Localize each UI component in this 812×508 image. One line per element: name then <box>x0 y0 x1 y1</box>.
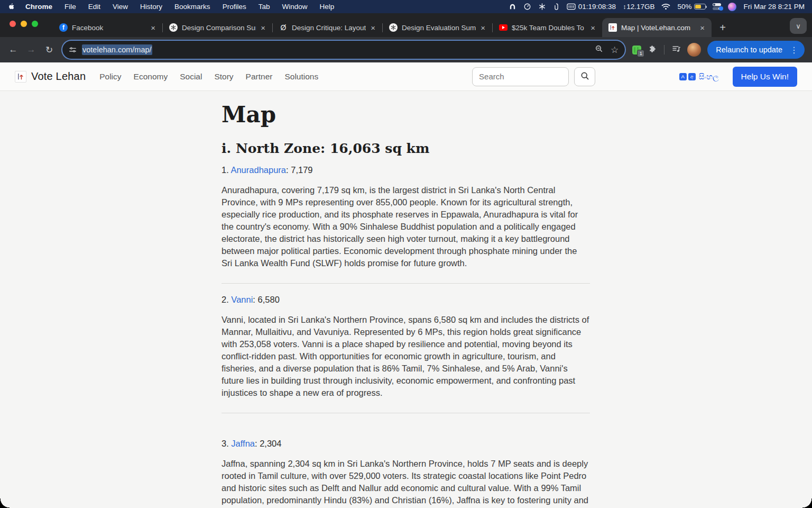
brand-name: Vote Lehan <box>31 70 86 83</box>
chatgpt-favicon <box>169 23 178 32</box>
bookmark-star-icon[interactable]: ☆ <box>611 44 619 56</box>
section-divider <box>222 413 590 413</box>
tab-youtube-video[interactable]: $25k Team Doubles To × <box>493 18 602 37</box>
screen-corner <box>0 498 10 508</box>
search-input[interactable] <box>472 67 569 86</box>
timer-status[interactable]: 01:19:08:38 <box>567 3 616 11</box>
status-bar: 01:19:08:38 ↕ 12.17GB 50% Fri Mar 28 <box>509 3 805 11</box>
clip-icon[interactable] <box>553 3 560 11</box>
macos-menubar: Chrome File Edit View History Bookmarks … <box>0 0 812 13</box>
close-tab-icon[interactable]: × <box>589 23 597 32</box>
zoom-icon[interactable] <box>595 44 603 55</box>
menubar-clock[interactable]: Fri Mar 28 8:21 PM <box>743 3 805 11</box>
battery-status[interactable]: 50% <box>677 3 706 11</box>
menu-chrome[interactable]: Chrome <box>25 3 52 11</box>
adblock-extension-icon[interactable]: 1 <box>632 46 641 55</box>
slash-circle-favicon: Ø <box>279 23 288 32</box>
menu-window[interactable]: Window <box>282 3 307 11</box>
arc-app-icon[interactable] <box>509 3 516 11</box>
nav-story[interactable]: Story <box>214 72 233 81</box>
notification-dot <box>719 6 723 11</box>
site-settings-icon[interactable] <box>69 46 77 54</box>
forward-button[interactable]: → <box>23 42 39 58</box>
nav-partner[interactable]: Partner <box>246 72 273 81</box>
section-divider <box>222 283 590 284</box>
votelehan-favicon <box>608 23 617 32</box>
chrome-toolbar: ← → ↻ votelehan.com/map/ ☆ 1 <box>0 37 812 62</box>
tab-design-critique[interactable]: Ø Design Critique: Layout × <box>273 18 382 37</box>
votelehan-logo-icon <box>15 71 26 83</box>
url-text[interactable]: votelehan.com/map/ <box>82 44 152 55</box>
siri-icon[interactable] <box>728 3 736 11</box>
menu-tab[interactable]: Tab <box>259 3 270 11</box>
jaffna-link[interactable]: Jaffna <box>231 439 255 448</box>
close-tab-icon[interactable]: × <box>259 23 267 32</box>
anuradhapura-paragraph: Anuradhapura, covering 7,179 sq km, is t… <box>222 184 590 269</box>
close-tab-icon[interactable]: × <box>369 23 377 32</box>
close-tab-icon[interactable]: × <box>149 23 157 32</box>
language-switcher[interactable]: A අ සිංහල <box>679 72 719 81</box>
tab-design-evaluation[interactable]: Design Evaluation Sum × <box>383 18 492 37</box>
zone-heading: i. North Zone: 16,063 sq km <box>222 141 590 156</box>
nav-economy[interactable]: Economy <box>134 72 168 81</box>
menu-edit[interactable]: Edit <box>88 3 100 11</box>
chatgpt-icon[interactable] <box>538 3 546 11</box>
reload-button[interactable]: ↻ <box>41 42 57 58</box>
language-label: සිංහල <box>699 72 719 81</box>
tabs-strip: f Facebook × Design Comparison Sum × Ø D… <box>53 18 712 37</box>
tab-votelehan-map-active[interactable]: Map | VoteLehan.com × <box>602 18 712 37</box>
chevron-down-icon: ∨ <box>796 22 801 30</box>
menu-view[interactable]: View <box>113 3 128 11</box>
close-tab-icon[interactable]: × <box>479 23 487 32</box>
updown-arrows-icon: ↕ <box>623 3 626 11</box>
gauge-icon[interactable] <box>523 3 531 11</box>
vanni-paragraph: Vanni, located in Sri Lanka's Northern P… <box>222 314 590 399</box>
help-us-win-button[interactable]: Help Us Win! <box>733 67 797 87</box>
extensions-puzzle-icon[interactable] <box>648 44 657 56</box>
menu-history[interactable]: History <box>140 3 162 11</box>
timer-value: 01:19:08:38 <box>578 3 616 11</box>
youtube-icon <box>499 23 508 32</box>
toolbar-divider <box>664 45 665 55</box>
media-controls-icon[interactable] <box>672 45 681 55</box>
nav-policy[interactable]: Policy <box>99 72 121 81</box>
memory-status[interactable]: ↕ 12.17GB <box>623 3 654 11</box>
chatgpt-favicon <box>389 23 398 32</box>
tab-design-comparison[interactable]: Design Comparison Sum × <box>163 18 272 37</box>
translate-icon: A <box>679 73 687 80</box>
menu-file[interactable]: File <box>64 3 76 11</box>
vanni-link[interactable]: Vanni <box>231 295 253 304</box>
battery-icon <box>694 4 706 10</box>
site-nav: Policy Economy Social Story Partner Solu… <box>99 72 318 81</box>
battery-percent: 50% <box>677 3 691 11</box>
tab-facebook[interactable]: f Facebook × <box>53 18 162 37</box>
close-window-button[interactable] <box>10 21 16 27</box>
window-controls <box>10 21 38 27</box>
menu-bookmarks[interactable]: Bookmarks <box>174 3 210 11</box>
screen-corner <box>802 498 812 508</box>
menu-help[interactable]: Help <box>319 3 334 11</box>
apple-logo-icon[interactable] <box>7 3 16 11</box>
new-tab-button[interactable]: + <box>715 20 731 35</box>
address-bar[interactable]: votelehan.com/map/ ☆ <box>62 41 625 59</box>
close-tab-icon[interactable]: × <box>698 23 706 32</box>
tab-search-button[interactable]: ∨ <box>790 18 807 34</box>
nav-solutions[interactable]: Solutions <box>284 72 318 81</box>
district-item-vanni: 2. Vanni: 6,580 <box>222 295 590 305</box>
control-center-icon[interactable] <box>713 3 721 10</box>
kebab-menu-icon[interactable]: ⋮ <box>787 45 801 55</box>
search-button[interactable] <box>574 67 595 86</box>
district-item-anuradhapura: 1. Anuradhapura: 7,179 <box>222 165 590 175</box>
menu-profiles[interactable]: Profiles <box>223 3 246 11</box>
relaunch-to-update-button[interactable]: Relaunch to update ⋮ <box>707 41 805 59</box>
facebook-icon: f <box>59 23 68 32</box>
profile-avatar[interactable] <box>687 43 701 57</box>
minimize-window-button[interactable] <box>21 21 27 27</box>
fullscreen-window-button[interactable] <box>32 21 38 27</box>
site-brand[interactable]: Vote Lehan <box>15 70 86 83</box>
back-button[interactable]: ← <box>5 42 21 58</box>
nav-social[interactable]: Social <box>180 72 202 81</box>
wifi-icon[interactable] <box>661 3 670 10</box>
chrome-tab-bar: f Facebook × Design Comparison Sum × Ø D… <box>0 13 812 37</box>
anuradhapura-link[interactable]: Anuradhapura <box>230 165 286 175</box>
